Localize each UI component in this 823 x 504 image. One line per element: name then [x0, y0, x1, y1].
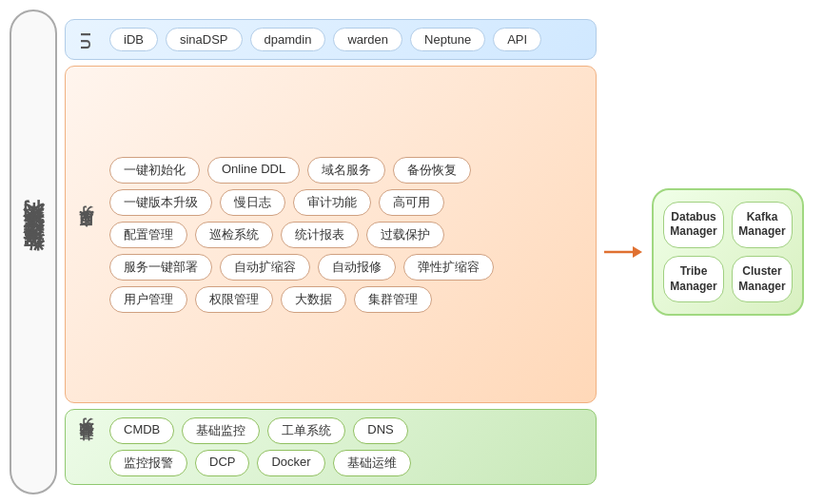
cluster-manager-pill: Tribe Manager	[663, 256, 724, 302]
app-pill: 集群管理	[354, 286, 432, 313]
app-pill: 巡检系统	[195, 222, 273, 248]
app-pills-row: 配置管理巡检系统统计报表过载保护	[109, 222, 584, 248]
app-content: 一键初始化Online DDL域名服务备份恢复一键版本升级慢日志审计功能高可用配…	[109, 157, 584, 313]
app-label: 应用服务	[77, 229, 100, 241]
ui-pill: Neptune	[410, 28, 485, 51]
app-pill: 一键版本升级	[109, 189, 212, 216]
svg-marker-1	[633, 246, 642, 258]
app-pill: 审计功能	[293, 189, 371, 216]
cluster-manager-pill: Kafka Manager	[732, 202, 793, 248]
base-pill: DNS	[353, 417, 407, 444]
base-section: 基础服务 CMDB基础监控工单系统DNS监控报警DCPDocker基础运维	[65, 409, 597, 485]
cluster-managers-box: Databus ManagerKafka ManagerTribe Manage…	[642, 188, 813, 316]
cluster-inner: Databus ManagerKafka ManagerTribe Manage…	[652, 188, 804, 316]
app-pill: 弹性扩缩容	[403, 254, 494, 281]
ui-label: UI	[77, 29, 100, 49]
ui-pill: warden	[333, 28, 402, 51]
app-pill: 备份恢复	[393, 157, 471, 184]
ui-pills-row: iDBsinaDSPdpamdinwardenNeptuneAPI	[109, 28, 584, 51]
app-pill: Online DDL	[207, 157, 300, 184]
app-pill: 一键初始化	[109, 157, 200, 184]
base-pill: CMDB	[109, 417, 174, 444]
ui-section: UI iDBsinaDSPdpamdinwardenNeptuneAPI	[65, 19, 597, 60]
ui-pill: API	[493, 28, 541, 51]
app-pill: 自动扩缩容	[220, 254, 310, 281]
app-section: 应用服务 一键初始化Online DDL域名服务备份恢复一键版本升级慢日志审计功…	[65, 66, 597, 403]
ui-pill: dpamdin	[250, 28, 326, 51]
ui-pill: iDB	[109, 28, 158, 51]
app-pills-row: 用户管理权限管理大数据集群管理	[109, 286, 584, 313]
main-label: 数据库运维体系架构	[10, 10, 57, 494]
app-pill: 高可用	[379, 189, 444, 216]
base-pill: 工单系统	[267, 417, 345, 444]
cluster-manager-pill: Databus Manager	[663, 202, 724, 248]
app-pill: 大数据	[281, 286, 346, 313]
base-pill: 基础监控	[182, 417, 260, 444]
center-column: UI iDBsinaDSPdpamdinwardenNeptuneAPI 应用服…	[57, 10, 604, 494]
app-pill: 配置管理	[109, 222, 187, 248]
app-pill: 服务一键部署	[109, 254, 212, 281]
ui-content: iDBsinaDSPdpamdinwardenNeptuneAPI	[109, 28, 584, 51]
app-pills-row: 一键初始化Online DDL域名服务备份恢复	[109, 157, 584, 184]
app-pill: 域名服务	[307, 157, 385, 184]
cluster-manager-pill: Cluster Manager	[732, 256, 793, 302]
app-pill: 慢日志	[220, 189, 285, 216]
app-pill: 过载保护	[366, 222, 444, 248]
base-pill: 监控报警	[109, 450, 187, 476]
app-pills-row: 服务一键部署自动扩缩容自动报修弹性扩缩容	[109, 254, 584, 281]
arrow-icon	[604, 242, 642, 262]
base-pills-row: 监控报警DCPDocker基础运维	[109, 450, 584, 476]
base-pill: DCP	[195, 450, 249, 476]
app-pill: 权限管理	[195, 286, 273, 313]
base-label: 基础服务	[77, 441, 100, 453]
arrow-area	[604, 242, 642, 262]
app-pill: 自动报修	[318, 254, 396, 281]
base-pill: Docker	[257, 450, 324, 476]
base-pill: 基础运维	[333, 450, 411, 476]
base-pills-row: CMDB基础监控工单系统DNS	[109, 417, 584, 444]
ui-pill: sinaDSP	[166, 28, 243, 51]
base-content: CMDB基础监控工单系统DNS监控报警DCPDocker基础运维	[109, 417, 584, 476]
app-pills-row: 一键版本升级慢日志审计功能高可用	[109, 189, 584, 216]
app-pill: 用户管理	[109, 286, 187, 313]
app-pill: 统计报表	[281, 222, 359, 248]
